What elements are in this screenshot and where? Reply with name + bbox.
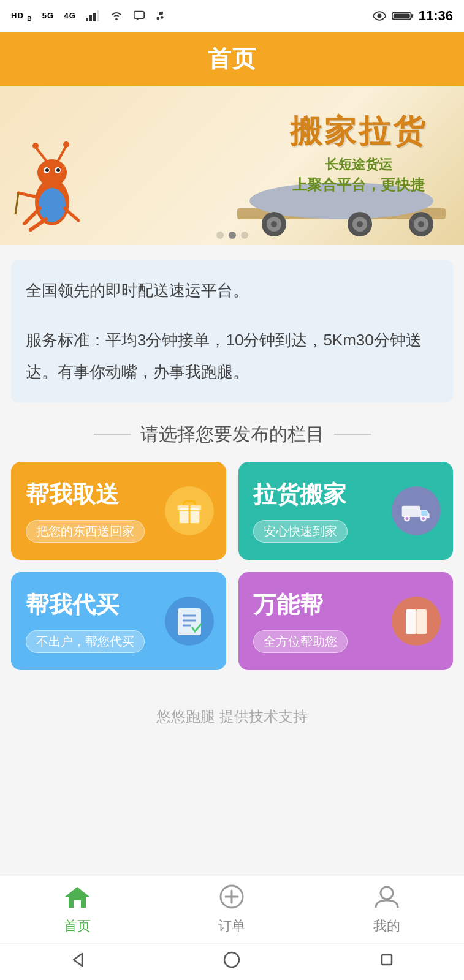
svg-rect-10 [411, 14, 413, 17]
card-icon-3 [165, 597, 214, 646]
svg-line-24 [25, 208, 40, 224]
svg-rect-58 [74, 900, 81, 908]
order-nav-icon [218, 884, 245, 913]
svg-rect-3 [97, 10, 99, 21]
svg-line-16 [58, 146, 66, 160]
app-header: 首页 [0, 32, 464, 86]
bottom-nav: 首页 订单 我的 [0, 876, 464, 943]
svg-line-28 [15, 193, 18, 214]
svg-point-19 [45, 168, 49, 172]
banner-dots [216, 232, 248, 239]
svg-line-14 [36, 147, 46, 160]
info-line1: 全国领先的即时配送速运平台。 [26, 274, 438, 306]
service-card-all-help[interactable]: 万能帮 全方位帮助您 [238, 572, 454, 670]
dot-3 [241, 232, 248, 239]
status-left-icons: HD B 5G 4G [11, 10, 165, 22]
service-card-buy-for-me[interactable]: 帮我代买 不出户，帮您代买 [11, 572, 226, 670]
card-subtitle-1: 把您的东西送回家 [26, 520, 145, 543]
main-content: 搬家拉货 长短途货运 上聚合平台，更快捷 全国领先的即时配送速运平台。 服务标准… [0, 86, 464, 861]
svg-point-13 [37, 159, 67, 186]
svg-rect-2 [93, 13, 96, 21]
tech-support: 悠悠跑腿 提供技术支持 [0, 707, 464, 726]
svg-point-33 [271, 221, 277, 227]
banner-text: 搬家拉货 长短途货运 上聚合平台，更快捷 [290, 110, 427, 195]
system-recent-button[interactable] [360, 945, 414, 979]
card-icon-1 [165, 486, 214, 535]
dot-2 [229, 232, 236, 239]
svg-line-27 [18, 193, 38, 197]
svg-point-47 [422, 517, 425, 520]
banner-background: 搬家拉货 长短途货运 上聚合平台，更快捷 [0, 86, 464, 245]
svg-rect-11 [393, 13, 409, 18]
svg-rect-43 [402, 505, 420, 516]
svg-rect-1 [89, 15, 92, 21]
info-line2: 服务标准：平均3分钟接单，10分钟到达，5Km30分钟送达。有事你动嘴，办事我跑… [26, 324, 438, 388]
banner-subtitle1: 长短途货运 [290, 156, 427, 174]
card-subtitle-3: 不出户，帮您代买 [26, 630, 145, 653]
svg-rect-49 [178, 608, 201, 635]
service-grid: 帮我取送 把您的东西送回家 拉货搬家 安心快速到家 [0, 462, 464, 670]
service-card-help-deliver[interactable]: 帮我取送 把您的东西送回家 [11, 462, 226, 560]
home-nav-icon [64, 884, 91, 913]
nav-order[interactable]: 订单 [154, 876, 309, 943]
system-back-button[interactable] [50, 945, 104, 979]
svg-rect-65 [382, 955, 392, 965]
svg-marker-63 [74, 954, 82, 966]
section-title: 请选择您要发布的栏目 [140, 422, 324, 447]
svg-rect-56 [416, 609, 427, 634]
banner[interactable]: 搬家拉货 长短途货运 上聚合平台，更快捷 [0, 86, 464, 245]
divider-right [334, 434, 371, 435]
info-box: 全国领先的即时配送速运平台。 服务标准：平均3分钟接单，10分钟到达，5Km30… [11, 260, 453, 402]
svg-point-15 [32, 143, 39, 149]
service-card-move-cargo[interactable]: 拉货搬家 安心快速到家 [238, 462, 454, 560]
svg-rect-5 [134, 11, 144, 18]
card-subtitle-2: 安心快速到家 [253, 520, 348, 543]
card-subtitle-4: 全方位帮助您 [253, 630, 348, 653]
mine-nav-icon [373, 884, 400, 913]
time-display: 11:36 [419, 8, 453, 24]
nav-home[interactable]: 首页 [0, 876, 154, 943]
svg-point-4 [115, 18, 118, 20]
nav-order-label: 订单 [218, 917, 245, 935]
svg-rect-55 [406, 609, 416, 634]
svg-rect-48 [421, 511, 427, 516]
signal-icons: HD B 5G 4G [11, 10, 165, 22]
card-icon-2 [392, 486, 441, 535]
svg-point-7 [161, 16, 164, 19]
ant-mascot [12, 129, 92, 233]
banner-main-title: 搬家拉货 [290, 110, 427, 153]
system-nav-bar [0, 943, 464, 980]
dot-1 [216, 232, 224, 239]
section-title-wrap: 请选择您要发布的栏目 [0, 422, 464, 447]
system-home-button[interactable] [205, 945, 259, 979]
svg-rect-0 [86, 18, 88, 21]
svg-point-45 [406, 517, 409, 520]
svg-point-17 [63, 141, 69, 148]
battery-icon [392, 10, 414, 21]
svg-point-6 [157, 17, 160, 20]
status-right-icons: 11:36 [372, 8, 453, 24]
svg-rect-23 [48, 190, 56, 208]
svg-point-8 [377, 14, 381, 18]
status-bar: HD B 5G 4G [0, 0, 464, 32]
nav-mine-label: 我的 [373, 917, 400, 935]
svg-line-25 [31, 219, 46, 230]
nav-home-label: 首页 [64, 917, 91, 935]
eye-icon [372, 10, 387, 21]
divider-left [94, 434, 131, 435]
svg-point-21 [56, 168, 60, 172]
card-icon-4 [392, 597, 441, 646]
banner-subtitle2: 上聚合平台，更快捷 [290, 175, 427, 195]
svg-point-39 [418, 221, 424, 227]
nav-mine[interactable]: 我的 [310, 876, 464, 943]
svg-point-64 [224, 952, 239, 967]
header-title: 首页 [208, 43, 257, 75]
svg-point-62 [381, 887, 393, 899]
svg-point-36 [357, 221, 363, 227]
